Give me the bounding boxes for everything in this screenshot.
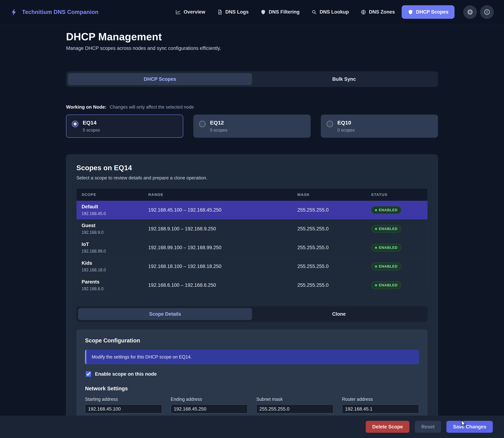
scope-mask: 255.255.255.0 xyxy=(293,282,366,288)
nav-item-dhcp-scopes[interactable]: DHCP Scopes xyxy=(402,5,454,19)
router-address-input[interactable] xyxy=(342,404,419,413)
column-header-mask: MASK xyxy=(293,188,366,201)
status-badge: ENABLED xyxy=(371,281,401,289)
scope-network: 192.168.45.0 xyxy=(82,211,138,216)
info-icon xyxy=(484,9,490,15)
node-card-eq14[interactable]: EQ14 5 scopes xyxy=(66,115,183,138)
scopes-card-title: Scopes on EQ14 xyxy=(76,164,428,172)
router-address-label: Router address xyxy=(342,397,419,402)
radio-unselected-icon xyxy=(326,121,333,127)
radio-selected-icon xyxy=(72,121,78,127)
save-changes-button[interactable]: Save Changes xyxy=(446,421,493,433)
delete-scope-button[interactable]: Delete Scope xyxy=(366,421,410,433)
column-header-status: STATUS xyxy=(366,188,428,201)
node-scope-count: 5 scopes xyxy=(210,128,227,133)
scopes-card: Scopes on EQ14 Select a scope to review … xyxy=(66,154,438,438)
node-cards: EQ14 5 scopes EQ12 5 scopes EQ10 0 scope… xyxy=(66,115,438,138)
status-badge: ENABLED xyxy=(371,244,401,252)
shield-icon xyxy=(261,9,266,15)
scope-name: IoT xyxy=(82,241,138,247)
main-nav: Overview DNS Logs DNS Filtering DNS Look… xyxy=(170,5,454,19)
table-row[interactable]: IoT 192.168.99.0 192.168.99.100 – 192.16… xyxy=(76,238,428,257)
node-card-eq10[interactable]: EQ10 0 scopes xyxy=(321,115,438,138)
nav-item-overview[interactable]: Overview xyxy=(170,6,210,18)
nav-item-label: DNS Logs xyxy=(225,9,249,15)
status-text: ENABLED xyxy=(379,283,398,287)
starting-address-input[interactable] xyxy=(85,404,162,413)
subnet-mask-input[interactable] xyxy=(256,404,333,413)
column-header-scope: SCOPE xyxy=(76,188,143,201)
reset-button[interactable]: Reset xyxy=(415,421,441,433)
scope-range: 192.168.9.100 – 192.168.9.250 xyxy=(143,226,292,232)
lightning-bolt-icon xyxy=(10,8,18,16)
status-dot-icon xyxy=(375,284,377,286)
status-dot-icon xyxy=(375,247,377,249)
document-icon xyxy=(217,9,223,15)
table-row[interactable]: Default 192.168.45.0 192.168.45.100 – 19… xyxy=(76,201,428,219)
scope-network: 192.168.6.0 xyxy=(82,286,138,291)
status-dot-icon xyxy=(375,265,377,268)
node-card-eq12[interactable]: EQ12 5 scopes xyxy=(193,115,311,138)
chart-line-icon xyxy=(176,9,181,15)
status-dot-icon xyxy=(375,209,377,211)
working-on-node-label: Working on Node: xyxy=(66,104,106,110)
nav-item-dns-filtering[interactable]: DNS Filtering xyxy=(255,6,304,18)
table-row[interactable]: Kids 192.168.18.0 192.168.18.100 – 192.1… xyxy=(76,257,428,276)
scope-mask: 255.255.255.0 xyxy=(293,264,366,269)
enable-scope-row[interactable]: Enable scope on this node xyxy=(85,371,157,377)
status-dot-icon xyxy=(375,228,377,230)
node-name: EQ14 xyxy=(83,120,100,126)
detail-tab-bar: Scope Details Clone xyxy=(76,306,428,322)
globe-icon xyxy=(361,9,366,15)
scope-mask: 255.255.255.0 xyxy=(293,245,366,251)
node-scope-count: 0 scopes xyxy=(337,128,355,133)
top-navbar: Technitium DNS Companion Overview DNS Lo… xyxy=(0,0,504,24)
nav-item-label: DNS Lookup xyxy=(319,9,349,15)
gear-icon: ⚙ xyxy=(467,8,473,16)
bottom-action-bar: Delete Scope Reset Save Changes xyxy=(0,416,504,438)
scopes-card-subtitle: Select a scope to review details and pre… xyxy=(76,175,428,181)
page-title: DHCP Management xyxy=(66,31,438,43)
scope-range: 192.168.18.100 – 192.168.18.250 xyxy=(143,264,292,269)
table-header-row: SCOPE RANGE MASK STATUS xyxy=(76,188,428,201)
scope-configuration-title: Scope Configuration xyxy=(85,337,419,344)
status-text: ENABLED xyxy=(379,208,398,212)
tab-dhcp-scopes[interactable]: DHCP Scopes xyxy=(68,73,252,85)
table-row[interactable]: Guest 192.168.9.0 192.168.9.100 – 192.16… xyxy=(76,219,428,238)
tab-clone[interactable]: Clone xyxy=(252,308,426,320)
node-name: EQ10 xyxy=(337,120,355,126)
status-text: ENABLED xyxy=(379,246,398,250)
nav-item-dns-zones[interactable]: DNS Zones xyxy=(356,6,400,18)
settings-button[interactable]: ⚙ xyxy=(463,5,477,19)
nav-item-label: Overview xyxy=(184,9,205,15)
main-content: DHCP Management Manage DHCP scopes acros… xyxy=(66,24,438,438)
nav-item-label: DNS Zones xyxy=(369,9,395,15)
status-badge: ENABLED xyxy=(371,206,401,214)
node-scope-count: 5 scopes xyxy=(83,128,100,133)
brand: Technitium DNS Companion xyxy=(10,8,98,16)
tab-bulk-sync[interactable]: Bulk Sync xyxy=(252,73,436,85)
nav-item-label: DNS Filtering xyxy=(269,9,299,15)
ending-address-label: Ending address xyxy=(171,397,248,402)
status-badge: ENABLED xyxy=(371,225,401,233)
node-selector-header: Working on Node: Changes will only affec… xyxy=(66,104,438,110)
scope-name: Kids xyxy=(82,260,138,266)
scope-name: Parents xyxy=(82,279,138,285)
node-selector-note: Changes will only affect the selected no… xyxy=(110,104,194,110)
scope-range: 192.168.45.100 – 192.168.45.250 xyxy=(143,207,292,213)
table-row[interactable]: Parents 192.168.6.0 192.168.6.100 – 192.… xyxy=(76,276,428,295)
status-badge: ENABLED xyxy=(371,263,401,270)
tab-scope-details[interactable]: Scope Details xyxy=(78,308,252,320)
info-banner: Modify the settings for this DHCP scope … xyxy=(85,350,419,364)
nav-item-dns-logs[interactable]: DNS Logs xyxy=(212,6,254,18)
scopes-table: SCOPE RANGE MASK STATUS Default 192.168.… xyxy=(76,188,428,295)
scope-mask: 255.255.255.0 xyxy=(293,207,366,213)
info-button[interactable] xyxy=(480,5,494,19)
ending-address-input[interactable] xyxy=(171,404,248,413)
nav-item-dns-lookup[interactable]: DNS Lookup xyxy=(306,6,354,18)
scope-range: 192.168.6.100 – 192.168.6.250 xyxy=(143,282,292,288)
scope-name: Guest xyxy=(82,223,138,228)
shield-icon xyxy=(408,9,413,15)
scope-range: 192.168.99.100 – 192.168.99.250 xyxy=(143,245,292,251)
enable-scope-checkbox[interactable] xyxy=(86,371,91,377)
